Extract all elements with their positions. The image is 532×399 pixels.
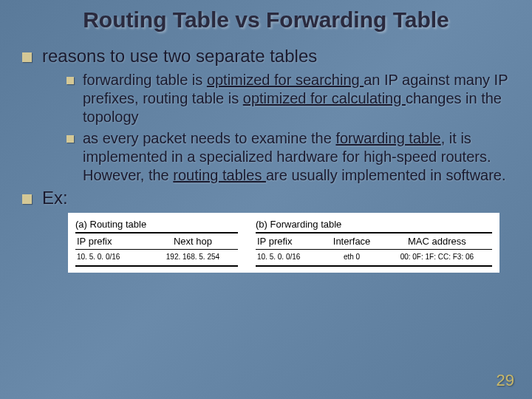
bullet-level2-forwarding-optimized: forwarding table is optimized for search… bbox=[66, 71, 510, 126]
cell-interface: eth 0 bbox=[321, 250, 381, 267]
text-part: forwarding table is bbox=[83, 72, 207, 88]
tables-row: (a) Routing table IP prefix Next hop 10.… bbox=[75, 217, 492, 267]
underlined-text: forwarding table bbox=[335, 130, 440, 146]
routing-table: IP prefix Next hop 10. 5. 0. 0/16 192. 1… bbox=[75, 232, 238, 267]
cell-mac-address: 00: 0F: 1F: CC: F3: 06 bbox=[382, 250, 492, 267]
bullet-level1-ex: Ex: bbox=[22, 188, 510, 208]
underlined-text: optimized for searching bbox=[207, 72, 364, 88]
cell-next-hop: 192. 168. 5. 254 bbox=[148, 250, 238, 267]
square-bullet-icon bbox=[22, 194, 32, 204]
col-header: IP prefix bbox=[75, 233, 148, 250]
cell-ip-prefix: 10. 5. 0. 0/16 bbox=[75, 250, 148, 267]
cell-ip-prefix: 10. 5. 0. 0/16 bbox=[256, 250, 321, 267]
bullet-level1-reasons: reasons to use two separate tables bbox=[22, 46, 510, 66]
table-caption: (b) Forwarding table bbox=[256, 217, 492, 230]
bullet-text: reasons to use two separate tables bbox=[42, 46, 317, 66]
col-header: MAC address bbox=[382, 233, 492, 250]
square-bullet-icon bbox=[66, 135, 74, 143]
slide-content: Routing Table vs Forwarding Table reason… bbox=[0, 0, 532, 273]
bullet-text: Ex: bbox=[42, 188, 68, 208]
col-header: Interface bbox=[321, 233, 381, 250]
table-row: 10. 5. 0. 0/16 192. 168. 5. 254 bbox=[75, 250, 238, 267]
text-part: are usually implemented in software. bbox=[266, 167, 506, 183]
slide-title: Routing Table vs Forwarding Table bbox=[22, 7, 510, 33]
forwarding-table-example: (b) Forwarding table IP prefix Interface… bbox=[256, 217, 492, 267]
square-bullet-icon bbox=[22, 52, 32, 62]
table-header-row: IP prefix Interface MAC address bbox=[256, 233, 492, 250]
underlined-text: routing tables bbox=[173, 167, 266, 183]
bullet-level2-packet-examine: as every packet needs to examine the for… bbox=[66, 129, 510, 185]
table-row: 10. 5. 0. 0/16 eth 0 00: 0F: 1F: CC: F3:… bbox=[256, 250, 492, 267]
table-header-row: IP prefix Next hop bbox=[75, 233, 238, 250]
text-part: as every packet needs to examine the bbox=[83, 130, 335, 146]
example-tables-panel: (a) Routing table IP prefix Next hop 10.… bbox=[68, 213, 499, 273]
table-caption: (a) Routing table bbox=[75, 217, 238, 230]
bullet-text: as every packet needs to examine the for… bbox=[83, 129, 510, 185]
square-bullet-icon bbox=[66, 77, 74, 84]
routing-table-example: (a) Routing table IP prefix Next hop 10.… bbox=[75, 217, 238, 267]
bullet-text: forwarding table is optimized for search… bbox=[83, 71, 510, 126]
page-number: 29 bbox=[497, 371, 514, 390]
underlined-text: optimized for calculating bbox=[243, 90, 406, 106]
col-header: IP prefix bbox=[256, 233, 321, 250]
col-header: Next hop bbox=[148, 233, 238, 250]
forwarding-table: IP prefix Interface MAC address 10. 5. 0… bbox=[256, 232, 492, 267]
